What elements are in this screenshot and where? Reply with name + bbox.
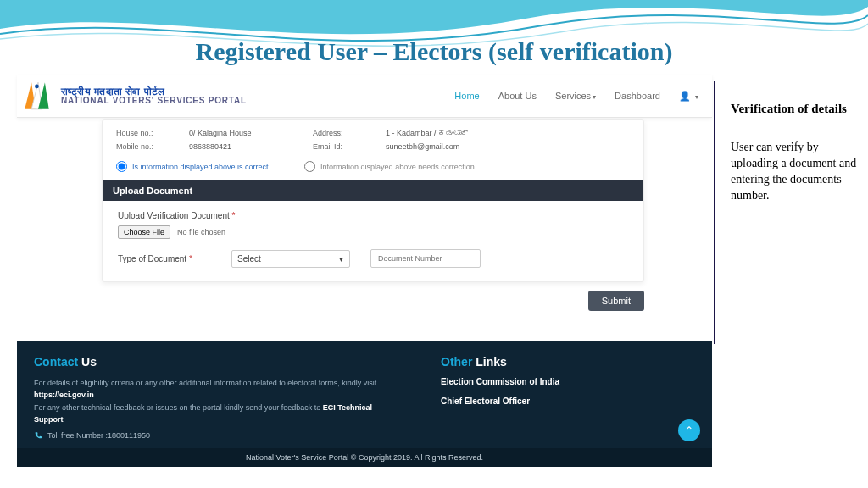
chevron-down-icon: ▾ [695,93,698,101]
nav-services[interactable]: Services▾ [555,91,596,101]
side-body: User can verify by uploading a document … [731,140,858,204]
email-value: suneetbh@gmail.com [386,142,496,151]
upload-header: Upload Document [103,180,643,201]
radio-needs-input[interactable] [304,161,315,172]
address-value: 1 - Kadambar / ಕಡಂಬಾರ್ [386,129,496,137]
phone-icon [34,431,42,440]
footer-link-eci[interactable]: Election Commission of India [441,377,695,386]
scroll-top-button[interactable]: ⌃ [678,419,700,441]
chevron-down-icon: ▾ [593,93,596,101]
upload-doc-label: Upload Verification Document * [118,211,628,220]
mobile-label: Mobile no.: [116,142,175,151]
details-grid: House no.: 0/ Kalagina House Address: 1 … [103,120,643,158]
navbar: राष्ट्रीय मतदाता सेवा पोर्टल NATIONAL VO… [17,75,712,118]
choose-file-button[interactable]: Choose File [118,225,170,239]
footer: Contact Us For details of eligibility cr… [17,341,712,467]
upload-body: Upload Verification Document * Choose Fi… [103,201,643,281]
footer-line2: For any other technical feedback or issu… [34,402,390,426]
nav-services-label: Services [555,91,591,101]
doc-number-input[interactable] [370,249,481,268]
radio-needs-label: Information displayed above needs correc… [320,163,476,171]
brand: राष्ट्रीय मतदाता सेवा पोर्टल NATIONAL VO… [22,80,247,112]
vertical-divider [714,81,715,344]
nav-home[interactable]: Home [454,91,479,101]
address-label: Address: [313,129,372,137]
side-heading: Verification of details [731,102,858,116]
chevron-up-icon: ⌃ [685,424,693,436]
radio-needs-correction[interactable]: Information displayed above needs correc… [304,161,476,172]
doc-type-label: Type of Document * [118,254,192,263]
footer-other-heading: Other Links [441,355,695,369]
brand-english: NATIONAL VOTERS' SERVICES PORTAL [61,97,247,105]
app-window: राष्ट्रीय मतदाता सेवा पोर्टल NATIONAL VO… [17,75,712,473]
verification-card: House no.: 0/ Kalagina House Address: 1 … [102,119,644,282]
file-status: No file chosen [177,228,225,236]
email-label: Email Id: [313,142,372,151]
radio-correct-input[interactable] [116,161,127,172]
mobile-value: 9868880421 [189,142,299,151]
side-explainer: Verification of details User can verify … [731,102,858,204]
nav-user-menu[interactable]: 👤 ▾ [679,91,698,102]
svg-point-3 [35,85,39,89]
footer-line1: For details of eligibility criteria or a… [34,377,390,402]
footer-toll-text: Toll free Number :1800111950 [47,431,150,440]
house-no-label: House no.: [116,129,175,137]
radio-correct-label: Is information displayed above is correc… [132,163,270,171]
footer-copyright: National Voter's Service Portal © Copyri… [17,448,712,467]
radio-correct[interactable]: Is information displayed above is correc… [116,161,270,172]
submit-button[interactable]: Submit [588,291,644,311]
slide-title: Registered User – Electors (self verific… [0,37,868,66]
footer-link-ceo[interactable]: Chief Electoral Officer [441,396,695,406]
nav-about[interactable]: About Us [498,91,537,101]
footer-toll: Toll free Number :1800111950 [34,431,390,440]
nav-dashboard[interactable]: Dashboard [615,91,660,101]
nvsp-logo-icon [22,80,54,112]
verification-radio-group: Is information displayed above is correc… [103,158,643,180]
doc-type-select[interactable]: Select [231,250,350,268]
nav-links: Home About Us Services▾ Dashboard 👤 ▾ [454,91,698,102]
house-no-value: 0/ Kalagina House [189,129,299,137]
user-icon: 👤 [679,91,691,101]
footer-contact-heading: Contact Us [34,355,390,369]
